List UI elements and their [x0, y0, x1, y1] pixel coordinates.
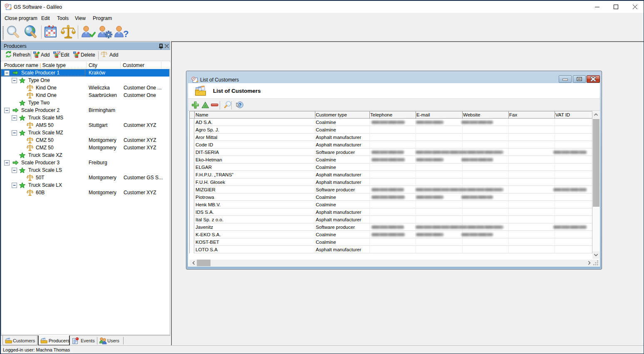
svg-text:?: ?: [123, 29, 129, 39]
